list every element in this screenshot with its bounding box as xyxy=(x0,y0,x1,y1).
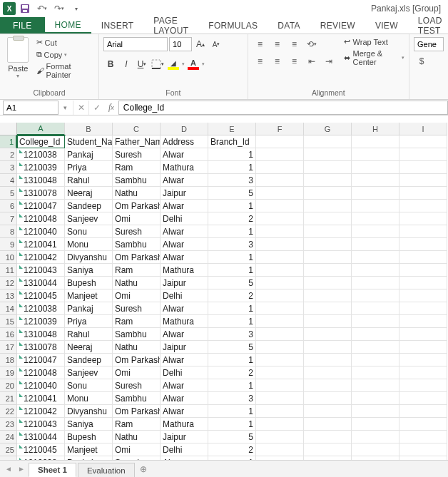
cell-I5[interactable] xyxy=(399,187,447,200)
cell-B23[interactable]: Saniya xyxy=(65,418,113,431)
cell-B10[interactable]: Divyanshu xyxy=(65,251,113,264)
cell-F1[interactable] xyxy=(256,135,304,148)
cell-F11[interactable] xyxy=(256,264,304,277)
cell-D8[interactable]: Alwar xyxy=(161,225,208,238)
name-box[interactable] xyxy=(3,101,58,115)
copy-button[interactable]: ⧉ Copy ▾ xyxy=(35,49,94,60)
row-header-2[interactable]: 2 xyxy=(0,148,17,161)
cell-G23[interactable] xyxy=(304,418,352,431)
cell-A12[interactable]: 1310044 xyxy=(17,277,65,289)
cell-D2[interactable]: Alwar xyxy=(161,148,208,161)
cell-I8[interactable] xyxy=(399,225,447,238)
underline-button[interactable]: U▾ xyxy=(135,57,149,71)
tab-home[interactable]: HOME xyxy=(45,17,91,34)
cell-I13[interactable] xyxy=(399,289,447,302)
cell-E19[interactable]: 2 xyxy=(208,366,256,379)
row-header-11[interactable]: 11 xyxy=(0,264,17,277)
row-header-1[interactable]: 1 xyxy=(0,135,17,148)
fill-color-button[interactable]: ◢ xyxy=(166,57,180,71)
column-header-I[interactable]: I xyxy=(399,123,447,135)
align-right-button[interactable]: ≡ xyxy=(287,54,302,68)
cell-E1[interactable]: Branch_Id xyxy=(208,135,256,148)
row-header-19[interactable]: 19 xyxy=(0,366,17,379)
cell-E6[interactable]: 1 xyxy=(208,200,256,212)
cell-I18[interactable] xyxy=(399,354,447,366)
row-header-9[interactable]: 9 xyxy=(0,238,17,251)
row-header-16[interactable]: 16 xyxy=(0,328,17,341)
column-header-F[interactable]: F xyxy=(256,123,304,135)
cell-E12[interactable]: 5 xyxy=(208,277,256,289)
cell-E14[interactable]: 1 xyxy=(208,302,256,315)
tab-review[interactable]: REVIEW xyxy=(310,17,365,34)
cell-E7[interactable]: 2 xyxy=(208,212,256,225)
row-header-15[interactable]: 15 xyxy=(0,315,17,328)
cell-D15[interactable]: Mathura xyxy=(161,315,208,328)
cell-B7[interactable]: Sanjeev xyxy=(65,212,113,225)
cell-B6[interactable]: Sandeep xyxy=(65,200,113,212)
cell-C18[interactable]: Om Parkash xyxy=(113,354,161,366)
cell-I7[interactable] xyxy=(399,212,447,225)
cell-C9[interactable]: Sambhu xyxy=(113,238,161,251)
format-painter-button[interactable]: 🖌 Format Painter xyxy=(35,61,94,80)
cell-B4[interactable]: Rahul xyxy=(65,174,113,187)
cell-C14[interactable]: Suresh xyxy=(113,302,161,315)
cell-G22[interactable] xyxy=(304,405,352,418)
cell-I17[interactable] xyxy=(399,341,447,354)
row-header-8[interactable]: 8 xyxy=(0,225,17,238)
cell-B3[interactable]: Priya xyxy=(65,161,113,174)
cell-A22[interactable]: 1210042 xyxy=(17,405,65,418)
tab-file[interactable]: FILE xyxy=(0,17,45,34)
select-all-corner[interactable] xyxy=(0,123,17,135)
cell-I9[interactable] xyxy=(399,238,447,251)
row-header-14[interactable]: 14 xyxy=(0,302,17,315)
cell-A1[interactable]: College_Id xyxy=(17,135,65,148)
cell-H25[interactable] xyxy=(352,443,399,456)
cell-D21[interactable]: Alwar xyxy=(161,392,208,405)
cell-G20[interactable] xyxy=(304,379,352,392)
cell-F25[interactable] xyxy=(256,443,304,456)
cell-C16[interactable]: Sambhu xyxy=(113,328,161,341)
redo-button[interactable]: ↷▾ xyxy=(51,1,67,16)
decrease-font-button[interactable]: A▾ xyxy=(209,37,223,51)
row-header-10[interactable]: 10 xyxy=(0,251,17,264)
cell-C13[interactable]: Omi xyxy=(113,289,161,302)
cell-E17[interactable]: 5 xyxy=(208,341,256,354)
cell-F24[interactable] xyxy=(256,431,304,443)
cell-B19[interactable]: Sanjeev xyxy=(65,366,113,379)
cell-F6[interactable] xyxy=(256,200,304,212)
cell-A13[interactable]: 1210045 xyxy=(17,289,65,302)
cell-G2[interactable] xyxy=(304,148,352,161)
tab-data[interactable]: DATA xyxy=(268,17,310,34)
cell-B1[interactable]: Student_Name xyxy=(65,135,113,148)
cell-G3[interactable] xyxy=(304,161,352,174)
cell-E10[interactable]: 1 xyxy=(208,251,256,264)
cell-B20[interactable]: Sonu xyxy=(65,379,113,392)
tab-insert[interactable]: INSERT xyxy=(91,17,144,34)
cell-G6[interactable] xyxy=(304,200,352,212)
cell-I22[interactable] xyxy=(399,405,447,418)
tab-formulas[interactable]: FORMULAS xyxy=(198,17,268,34)
cell-E11[interactable]: 1 xyxy=(208,264,256,277)
cell-A17[interactable]: 1310078 xyxy=(17,341,65,354)
cell-B14[interactable]: Pankaj xyxy=(65,302,113,315)
cell-D1[interactable]: Address xyxy=(161,135,208,148)
column-header-C[interactable]: C xyxy=(113,123,161,135)
cell-C6[interactable]: Om Parkash xyxy=(113,200,161,212)
new-sheet-button[interactable]: ⊕ xyxy=(136,464,151,474)
cell-B15[interactable]: Priya xyxy=(65,315,113,328)
sheet-tab-evaluation[interactable]: Evaluation xyxy=(78,463,135,477)
cell-C19[interactable]: Omi xyxy=(113,366,161,379)
cell-E18[interactable]: 1 xyxy=(208,354,256,366)
row-header-5[interactable]: 5 xyxy=(0,187,17,200)
cell-A24[interactable]: 1310044 xyxy=(17,431,65,443)
cell-B11[interactable]: Saniya xyxy=(65,264,113,277)
cell-D18[interactable]: Alwar xyxy=(161,354,208,366)
cell-A4[interactable]: 1310048 xyxy=(17,174,65,187)
cell-B2[interactable]: Pankaj xyxy=(65,148,113,161)
cell-G12[interactable] xyxy=(304,277,352,289)
cell-A18[interactable]: 1210047 xyxy=(17,354,65,366)
cell-G15[interactable] xyxy=(304,315,352,328)
cell-C25[interactable]: Omi xyxy=(113,443,161,456)
number-format-select[interactable] xyxy=(414,37,444,51)
cell-A3[interactable]: 1210039 xyxy=(17,161,65,174)
